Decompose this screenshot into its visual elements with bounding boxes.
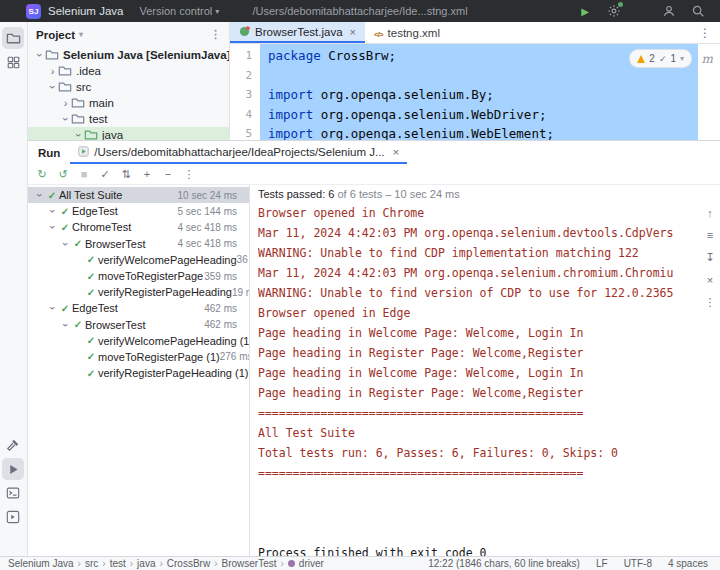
stop-icon[interactable]: ■ — [75, 165, 93, 183]
breadcrumb-item[interactable]: BrowserTest › — [221, 558, 283, 569]
tree-item-label: main — [89, 97, 114, 109]
project-tree-item[interactable]: › .idea — [28, 63, 229, 79]
editor-tab[interactable]: testng.xml × — [365, 22, 449, 43]
chevron-icon[interactable]: › — [34, 50, 46, 61]
search-icon[interactable] — [690, 3, 706, 19]
test-tree-item[interactable]: › ✓ EdgeTest 5 sec 144 ms — [28, 203, 249, 219]
run-panel-title[interactable]: Run — [28, 141, 70, 164]
more-icon[interactable]: ⋮ — [705, 296, 716, 309]
project-tool-icon[interactable] — [2, 27, 24, 49]
more-icon[interactable]: ⋮ — [699, 26, 711, 40]
scroll-to-top-icon[interactable]: ↑ — [707, 207, 713, 219]
status-bar: Selenium Java › src › test › jav — [0, 556, 720, 570]
build-icon[interactable] — [2, 434, 24, 456]
breadcrumb-item[interactable]: Selenium Java › — [8, 558, 81, 569]
test-tree-item[interactable]: › ✓ EdgeTest 462 ms — [28, 300, 249, 316]
project-tree-item[interactable]: › test — [28, 111, 229, 127]
test-tree-item[interactable]: › ✓ verifyWelcomePageHeading (1) 33 ms — [28, 333, 249, 349]
line-number[interactable]: 2 — [230, 66, 252, 86]
services-icon[interactable] — [2, 506, 24, 528]
test-tree-item[interactable]: › ✓ ChromeTest 4 sec 418 ms — [28, 219, 249, 235]
test-console[interactable]: Tests passed: 6 of 6 tests – 10 sec 24 m… — [250, 185, 700, 556]
close-icon[interactable]: × — [393, 146, 400, 158]
editor-tab[interactable]: BrowserTest.java × — [230, 22, 365, 43]
more-icon[interactable]: ⋮ — [210, 28, 221, 41]
breadcrumb-separator: › — [281, 558, 284, 569]
close-icon[interactable]: × — [350, 26, 356, 38]
test-tree-item[interactable]: › ✓ moveToRegisterPage (1) 276 ms — [28, 349, 249, 365]
chevron-icon[interactable]: › — [47, 82, 59, 93]
test-duration: 359 ms — [204, 271, 249, 282]
expand-all-icon[interactable]: + — [138, 165, 156, 183]
run-config-tab[interactable]: /Users/debomitabhattacharjee/IdeaProject… — [70, 141, 407, 164]
more-icon[interactable]: ⋮ — [180, 165, 198, 183]
scroll-to-end-icon[interactable]: ↧ — [705, 251, 714, 264]
chevron-icon[interactable]: › — [60, 114, 72, 125]
chevron-icon[interactable]: › — [60, 238, 72, 249]
status-widget[interactable]: 12:22 (1846 chars, 60 line breaks) — [428, 558, 580, 569]
chevron-icon[interactable]: › — [47, 303, 59, 314]
settings-icon[interactable] — [606, 3, 622, 19]
chevron-icon[interactable]: › — [34, 190, 46, 201]
structure-icon[interactable] — [2, 51, 24, 73]
test-tree-item[interactable]: › ✓ BrowserTest 4 sec 418 ms — [28, 236, 249, 252]
breadcrumb-item[interactable]: test › — [110, 558, 133, 569]
test-passed-icon: ✓ — [71, 238, 85, 249]
vcs-widget[interactable]: Version control ▾ — [139, 5, 219, 17]
test-name: BrowserTest — [85, 238, 146, 250]
editor-tabs: BrowserTest.java × testng.xml × — [230, 22, 449, 43]
clear-icon[interactable]: × — [707, 274, 713, 286]
test-tree-item[interactable]: › ✓ All Test Suite 10 sec 24 ms — [28, 187, 249, 203]
inspection-widget[interactable]: 2 ✓ 1 ▾ — [629, 49, 692, 68]
chevron-icon[interactable]: › — [47, 65, 58, 77]
test-tree-item[interactable]: › ✓ verifyRegisterPageHeading 19 ms — [28, 284, 249, 300]
breadcrumb-item[interactable]: src › — [85, 558, 106, 569]
line-number[interactable]: 1 — [230, 46, 252, 66]
terminal-icon[interactable] — [2, 482, 24, 504]
chevron-icon[interactable]: › — [60, 319, 72, 330]
collapse-all-icon[interactable]: − — [159, 165, 177, 183]
code-line: import org.openqa.selenium.By; — [260, 85, 698, 105]
test-passed-icon: ✓ — [84, 254, 98, 265]
breadcrumb-item[interactable]: java › — [137, 558, 163, 569]
test-tree-item[interactable]: › ✓ verifyRegisterPageHeading (1) 21 ms — [28, 365, 249, 381]
project-badge[interactable]: SJ — [26, 4, 41, 19]
chevron-icon[interactable]: › — [47, 206, 59, 217]
chevron-icon[interactable]: › — [47, 222, 59, 233]
project-tree-item[interactable]: › main — [28, 95, 229, 111]
line-number[interactable]: 4 — [230, 105, 252, 125]
breadcrumb-item[interactable]: driver › — [288, 558, 324, 569]
project-name[interactable]: Selenium Java — [48, 5, 123, 17]
tree-item-label: .idea — [76, 65, 101, 77]
project-tree-item[interactable]: › src — [28, 79, 229, 95]
sort-icon[interactable]: ⇅ — [117, 165, 135, 183]
status-widget[interactable]: UTF-8 — [624, 558, 652, 569]
user-icon[interactable] — [661, 3, 677, 19]
ide-window: SJ Selenium Java Version control ▾ /User… — [0, 0, 720, 570]
project-tree-item[interactable]: › Selenium Java [SeleniumJava] ~/IdeaPro… — [28, 47, 229, 63]
test-duration: 10 sec 24 ms — [178, 190, 249, 201]
test-tree-item[interactable]: › ✓ verifyWelcomePageHeading 36 ms — [28, 252, 249, 268]
chevron-icon[interactable]: › — [60, 97, 71, 109]
status-widget[interactable]: 4 spaces — [668, 558, 708, 569]
test-tree-item[interactable]: › ✓ moveToRegisterPage 359 ms — [28, 268, 249, 284]
code-editor[interactable]: 12345 package CrossBrw; import org.openq… — [230, 44, 720, 140]
project-tree-item[interactable]: › java — [28, 127, 229, 140]
show-passed-icon[interactable]: ✓ — [96, 165, 114, 183]
xml-file-icon — [374, 27, 383, 39]
editor-tab-bar: BrowserTest.java × testng.xml × — [230, 22, 720, 44]
test-tree-item[interactable]: › ✓ BrowserTest 462 ms — [28, 317, 249, 333]
soft-wrap-icon[interactable]: ≡ — [707, 229, 713, 241]
project-panel-header[interactable]: Project ▾ ⋮ — [28, 22, 229, 47]
chevron-icon[interactable]: › — [73, 130, 85, 141]
rerun-failed-tests-icon[interactable]: ↺ — [54, 165, 72, 183]
run-button[interactable]: ▶ — [577, 3, 593, 19]
rerun-icon[interactable]: ↻ — [33, 165, 51, 183]
main-area: Project ▾ ⋮ › Selenium Java [SeleniumJav… — [0, 22, 720, 556]
run-tool-icon[interactable] — [2, 458, 24, 480]
line-number[interactable]: 3 — [230, 85, 252, 105]
line-number[interactable]: 5 — [230, 124, 252, 140]
status-widget[interactable]: LF — [596, 558, 608, 569]
warning-count: 2 — [649, 53, 655, 64]
breadcrumb-item[interactable]: CrossBrw › — [167, 558, 218, 569]
